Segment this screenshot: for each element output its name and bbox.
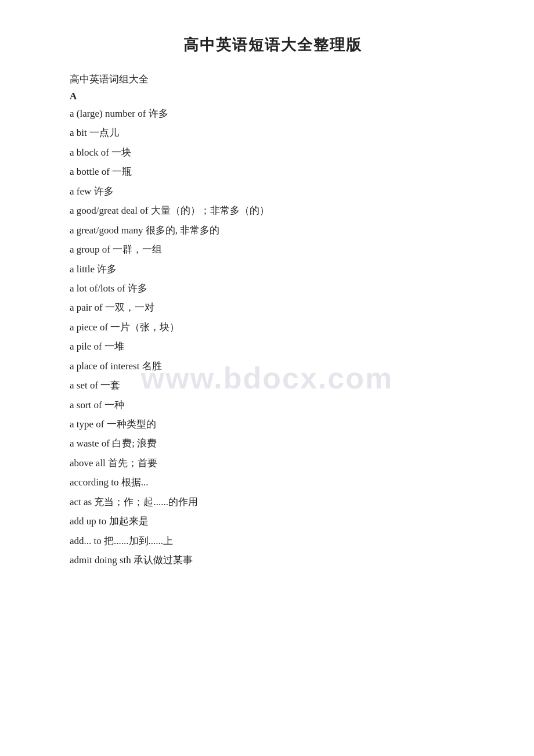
list-item: a great/good many 很多的, 非常多的 [70,221,476,239]
list-item: a few 许多 [70,182,476,200]
list-item: a lot of/lots of 许多 [70,279,476,297]
list-item: a block of 一块 [70,143,476,161]
list-item: act as 充当；作；起......的作用 [70,493,476,511]
list-item: a little 许多 [70,260,476,278]
list-item: add... to 把......加到......上 [70,532,476,550]
page-title: 高中英语短语大全整理版 [70,35,476,55]
list-item: a bit 一点儿 [70,124,476,142]
subtitle: 高中英语词组大全 [70,73,476,86]
list-item: above all 首先；首要 [70,454,476,472]
list-item: a (large) number of 许多 [70,105,476,123]
section-letter: A [70,91,476,102]
list-item: a good/great deal of 大量（的）；非常多（的） [70,201,476,219]
list-item: admit doing sth 承认做过某事 [70,551,476,569]
list-item: a group of 一群，一组 [70,240,476,258]
list-item: according to 根据... [70,473,476,491]
list-item: a set of 一套 [70,376,476,394]
list-item: a waste of 白费; 浪费 [70,434,476,452]
list-item: a pair of 一双，一对 [70,298,476,316]
list-item: a sort of 一种 [70,396,476,414]
list-item: add up to 加起来是 [70,512,476,530]
phrases-list: a (large) number of 许多a bit 一点儿a block o… [70,105,476,570]
list-item: a bottle of 一瓶 [70,163,476,181]
list-item: a pile of 一堆 [70,337,476,355]
list-item: a place of interest 名胜 [70,357,476,375]
list-item: a type of 一种类型的 [70,415,476,433]
list-item: a piece of 一片（张，块） [70,318,476,336]
